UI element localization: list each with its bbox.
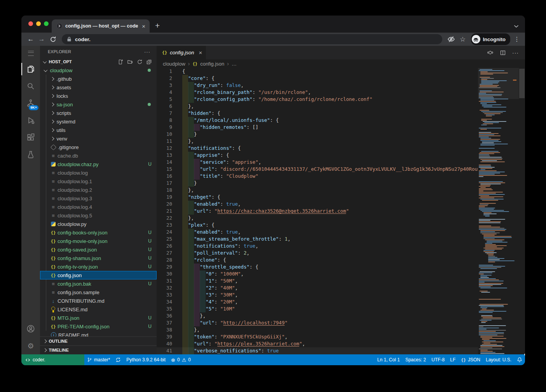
code-line[interactable]: 14"service": "apprise",	[157, 159, 478, 166]
source-control-icon[interactable]: 9K+	[21, 95, 40, 112]
code-line[interactable]: 41"verbose_notifications": true	[157, 347, 478, 354]
tree-item-utils[interactable]: utils	[40, 126, 157, 134]
extensions-icon[interactable]	[21, 129, 40, 146]
code-line[interactable]: 16"title": "Cloudplow"	[157, 173, 478, 180]
code-line[interactable]: 26"notifications": true,	[157, 243, 478, 250]
menu-icon[interactable]	[21, 46, 40, 61]
tree-item-config.json[interactable]: {}config.json	[40, 271, 157, 279]
python-interpreter-item[interactable]: Python 3.9.2 64-bit	[124, 354, 168, 365]
close-icon[interactable]: ×	[197, 49, 202, 56]
tree-item-CONTRIBUTING.md[interactable]: ↓CONTRIBUTING.md	[40, 297, 157, 305]
tree-item-config-books-only.json[interactable]: {}config-books-only.jsonU	[40, 228, 157, 237]
minimize-window-button[interactable]	[36, 21, 41, 26]
split-editor-icon[interactable]	[500, 50, 506, 56]
code-line[interactable]: 10}	[157, 131, 478, 138]
tree-item-.gitignore[interactable]: .gitignore	[40, 143, 157, 151]
sync-item[interactable]	[113, 354, 124, 365]
code-line[interactable]: 25"max_streams_before_throttle": 1,	[157, 236, 478, 243]
search-icon[interactable]	[21, 78, 40, 95]
editor-tab-config-json[interactable]: {} config.json ×	[157, 46, 206, 59]
code-line[interactable]: 30"0": "1000M",	[157, 271, 478, 278]
forward-button[interactable]: →	[36, 35, 47, 43]
editor-scrollbar[interactable]	[519, 68, 525, 354]
language-mode-item[interactable]: {} JSON	[458, 354, 483, 365]
tree-item-MTG.json[interactable]: {}MTG.jsonU	[40, 314, 157, 322]
bookmark-star-icon[interactable]: ☆	[457, 35, 469, 43]
tree-item-cloudplow.log.1[interactable]: ≡cloudplow.log.1	[40, 177, 157, 186]
indentation-item[interactable]: Spaces: 2	[403, 354, 429, 365]
tree-item-cloudplow.py[interactable]: cloudplow.py	[40, 220, 157, 228]
code-line[interactable]: 23"plex": {	[157, 222, 478, 229]
code-line[interactable]: 5"rclone_config_path": "/home/chaz/.conf…	[157, 96, 478, 103]
code-line[interactable]: 27"poll_interval": 2,	[157, 250, 478, 257]
tree-item-cloudplow.log.4[interactable]: ≡cloudplow.log.4	[40, 203, 157, 211]
refresh-icon[interactable]	[137, 59, 143, 65]
code-editor[interactable]: 1{2"core": {3"dry_run": false,4"rclone_b…	[157, 68, 478, 354]
code-line[interactable]: 22},	[157, 215, 478, 222]
cursor-position-item[interactable]: Ln 1, Col 1	[375, 354, 403, 365]
code-line[interactable]: 12"notifications": {	[157, 145, 478, 152]
reload-button[interactable]	[47, 36, 59, 43]
tree-item-cloudplow[interactable]: cloudplow	[40, 66, 157, 75]
minimap[interactable]	[478, 68, 519, 354]
git-branch-item[interactable]: master*	[84, 354, 113, 365]
eol-item[interactable]: LF	[447, 354, 458, 365]
explorer-icon[interactable]	[21, 61, 40, 78]
code-line[interactable]: 19"nzbget": {	[157, 194, 478, 201]
tree-item-cloudplow.log.5[interactable]: ≡cloudplow.log.5	[40, 211, 157, 220]
workspace-section-header[interactable]: HOST_OPT	[40, 57, 157, 66]
tree-item-config-tv-only.json[interactable]: {}config-tv-only.jsonU	[40, 262, 157, 271]
code-line[interactable]: 11},	[157, 138, 478, 145]
encoding-item[interactable]: UTF-8	[429, 354, 447, 365]
tree-item-venv[interactable]: venv	[40, 134, 157, 143]
tree-item-config.json.sample[interactable]: ≡config.json.sample	[40, 288, 157, 297]
breadcrumb-symbol[interactable]: …	[232, 61, 237, 67]
tree-item-cloudplow.chaz.py[interactable]: cloudplow.chaz.pyU	[40, 160, 157, 168]
code-line[interactable]: 15"url": "discord://650104445434331137/_…	[157, 166, 478, 173]
eye-slash-icon[interactable]	[445, 35, 457, 43]
code-line[interactable]: 40"url": "https://plex.3526harriet.com",	[157, 340, 478, 347]
code-line[interactable]: 38},	[157, 326, 478, 333]
tree-item-cloudplow.log.2[interactable]: ≡cloudplow.log.2	[40, 186, 157, 194]
back-button[interactable]: ←	[25, 35, 36, 43]
code-line[interactable]: 31"1": "50M",	[157, 278, 478, 284]
remote-indicator[interactable]: coder.	[21, 354, 84, 365]
breadcrumb-file[interactable]: config.json	[200, 61, 224, 67]
tab-close-icon[interactable]: ×	[141, 23, 147, 29]
tree-item-locks[interactable]: locks	[40, 92, 157, 100]
test-beaker-icon[interactable]	[21, 146, 40, 163]
tree-item-README.md[interactable]: iREADME.md	[40, 331, 157, 336]
account-icon[interactable]	[21, 320, 40, 337]
code-line[interactable]: 8"/mnt/local/.unionfs-fuse": {	[157, 117, 478, 124]
gear-icon[interactable]: ⚙	[21, 337, 40, 354]
tree-item-config-movie-only.json[interactable]: {}config-movie-only.jsonU	[40, 237, 157, 245]
tree-item-sa-json[interactable]: sa-json	[40, 100, 157, 109]
browser-tab[interactable]: config.json — host_opt — code ×	[52, 19, 150, 33]
browser-menu-icon[interactable]: ⋮	[513, 36, 521, 43]
explorer-more-icon[interactable]: ···	[144, 49, 150, 55]
code-line[interactable]: 36},	[157, 312, 478, 319]
code-line[interactable]: 24"enabled": true,	[157, 229, 478, 236]
code-line[interactable]: 20"enabled": true,	[157, 201, 478, 208]
code-line[interactable]: 7"hidden": {	[157, 110, 478, 117]
code-line[interactable]: 32"2": "40M",	[157, 284, 478, 291]
code-line[interactable]: 37"url": "http://localhost:7949"	[157, 319, 478, 326]
code-line[interactable]: 6},	[157, 103, 478, 110]
editor-more-icon[interactable]: ···	[512, 50, 519, 56]
new-folder-icon[interactable]	[127, 59, 133, 65]
tree-item-PRE-TEAM-config.json[interactable]: {}PRE-TEAM-config.jsonU	[40, 322, 157, 331]
code-line[interactable]: 4"rclone_binary_path": "/usr/bin/rclone"…	[157, 89, 478, 96]
tree-item-cloudplow.log[interactable]: ≡cloudplow.log	[40, 168, 157, 177]
code-line[interactable]: 33"3": "30M",	[157, 291, 478, 298]
zoom-window-button[interactable]	[44, 21, 49, 26]
address-bar[interactable]: coder.	[62, 34, 442, 44]
tree-item-.github[interactable]: .github	[40, 75, 157, 83]
breadcrumb-folder[interactable]: cloudplow	[163, 61, 185, 67]
new-file-icon[interactable]	[118, 59, 124, 65]
tree-item-systemd[interactable]: systemd	[40, 117, 157, 126]
tree-item-LICENSE.md[interactable]: LICENSE.md	[40, 305, 157, 314]
tree-item-config.json.bak[interactable]: ≡config.json.bakU	[40, 279, 157, 288]
outline-section[interactable]: OUTLINE	[40, 336, 157, 345]
code-line[interactable]: 34"4": "20M",	[157, 298, 478, 305]
problems-item[interactable]: ⊗ 0 ⚠ 0	[168, 354, 194, 365]
